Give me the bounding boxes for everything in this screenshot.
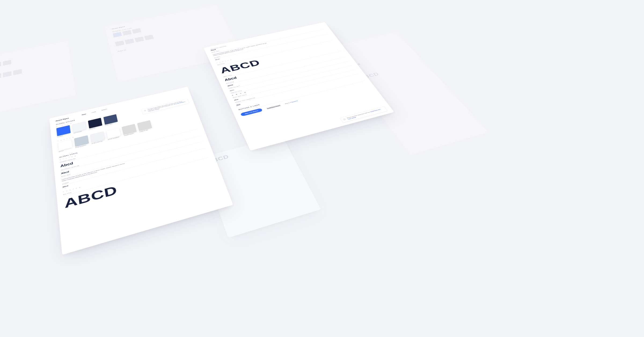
info-callout-buttons: Buttons and links inherit their style fr… xyxy=(340,106,388,123)
color-swatch[interactable]: BLUE ELEMENT xyxy=(74,135,89,148)
color-swatch[interactable]: SECONDARY xyxy=(72,122,87,134)
hyperlink[interactable]: hyperlink xyxy=(291,100,298,103)
color-swatch[interactable]: TRANSPARENT xyxy=(122,124,137,136)
main-cta-button[interactable]: Main CTA Button xyxy=(240,108,263,116)
bg-card-far-left xyxy=(0,41,76,115)
color-swatch[interactable]: OVERLAY BG xyxy=(137,120,152,133)
color-swatch[interactable]: BG KIT xyxy=(58,139,73,152)
tab-color[interactable]: Color xyxy=(82,113,86,116)
color-swatch[interactable]: PRIMARY xyxy=(88,118,103,130)
color-swatch[interactable]: ACCENT xyxy=(56,125,71,137)
callout-buttons-link[interactable]: Global Fonts and Color settings xyxy=(347,109,380,120)
styleguide-colors-card: Global Styles Color Fonts Buttons This S… xyxy=(49,87,233,255)
tab-buttons[interactable]: Buttons xyxy=(101,108,107,111)
color-swatch[interactable]: BLUE LIGHT BG xyxy=(90,131,105,144)
inline-link-sample: This is a hyperlink xyxy=(284,100,298,104)
color-swatch[interactable]: WHITE ELEMENT xyxy=(106,128,121,140)
color-swatch[interactable]: BODY TEXT xyxy=(103,114,118,126)
underlined-accent-link[interactable]: Underlined Accent xyxy=(266,104,280,109)
tab-fonts[interactable]: Fonts xyxy=(92,111,96,113)
callout-buttons-text: Buttons and links inherit their style fr… xyxy=(347,111,371,119)
